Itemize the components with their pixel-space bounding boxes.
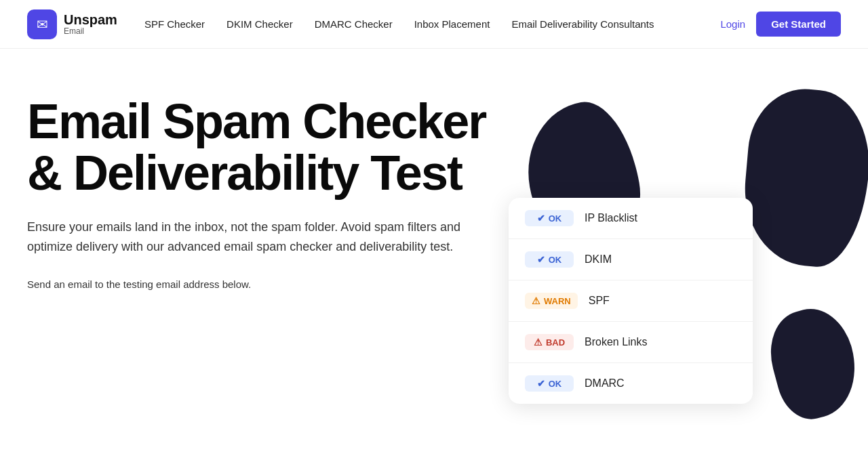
- login-button[interactable]: Login: [720, 18, 745, 30]
- main-nav: SPF Checker DKIM Checker DMARC Checker I…: [144, 18, 721, 30]
- nav-inbox-placement[interactable]: Inbox Placement: [414, 18, 490, 30]
- brand-sub: Email: [64, 27, 117, 36]
- bad-icon-broken-links: ⚠: [534, 337, 542, 348]
- check-card-panel: ✔ OK IP Blacklist ✔ OK DKIM ⚠ WARN SP: [509, 198, 753, 404]
- site-header: ✉ Unspam Email SPF Checker DKIM Checker …: [0, 0, 868, 49]
- blob-top-right: [738, 85, 868, 271]
- hero-left: Email Spam Checker & Deliverability Test…: [27, 89, 488, 290]
- badge-ok-dmarc: ✔ OK: [525, 375, 574, 392]
- badge-bad-broken-links: ⚠ BAD: [525, 334, 574, 350]
- blob-bottom-right: [760, 300, 867, 426]
- logo-icon: ✉: [27, 9, 57, 39]
- check-label-ip-blacklist: IP Blacklist: [585, 212, 637, 224]
- header-actions: Login Get Started: [720, 12, 841, 37]
- logo-text: Unspam Email: [64, 12, 117, 36]
- nav-spf-checker[interactable]: SPF Checker: [144, 18, 205, 30]
- check-row-spf: ⚠ WARN SPF: [509, 280, 753, 322]
- brand-name: Unspam: [64, 12, 117, 27]
- badge-ok-dkim: ✔ OK: [525, 251, 574, 268]
- nav-dmarc-checker[interactable]: DMARC Checker: [315, 18, 393, 30]
- check-row-dmarc: ✔ OK DMARC: [509, 363, 753, 404]
- nav-deliverability-consultants[interactable]: Email Deliverability Consultants: [511, 18, 654, 30]
- main-content: Email Spam Checker & Deliverability Test…: [0, 49, 868, 458]
- ok-icon-dkim: ✔: [537, 254, 545, 265]
- warn-icon-spf: ⚠: [532, 295, 540, 306]
- logo-link[interactable]: ✉ Unspam Email: [27, 9, 117, 39]
- check-row-ip-blacklist: ✔ OK IP Blacklist: [509, 198, 753, 239]
- badge-ok-ip-blacklist: ✔ OK: [525, 210, 574, 226]
- check-row-dkim: ✔ OK DKIM: [509, 239, 753, 280]
- check-label-dmarc: DMARC: [585, 377, 625, 390]
- ok-icon-dmarc: ✔: [537, 378, 545, 389]
- ok-icon: ✔: [537, 213, 545, 224]
- hero-cta-text: Send an email to the testing email addre…: [27, 278, 488, 290]
- hero-subtitle: Ensure your emails land in the inbox, no…: [27, 217, 461, 257]
- check-row-broken-links: ⚠ BAD Broken Links: [509, 322, 753, 363]
- hero-visual: ✔ OK IP Blacklist ✔ OK DKIM ⚠ WARN SP: [488, 49, 868, 458]
- check-label-dkim: DKIM: [585, 253, 612, 266]
- nav-dkim-checker[interactable]: DKIM Checker: [226, 18, 293, 30]
- check-label-broken-links: Broken Links: [585, 336, 648, 348]
- hero-title: Email Spam Checker & Deliverability Test: [27, 96, 488, 199]
- check-label-spf: SPF: [589, 295, 610, 307]
- get-started-button[interactable]: Get Started: [756, 12, 841, 37]
- badge-warn-spf: ⚠ WARN: [525, 293, 578, 309]
